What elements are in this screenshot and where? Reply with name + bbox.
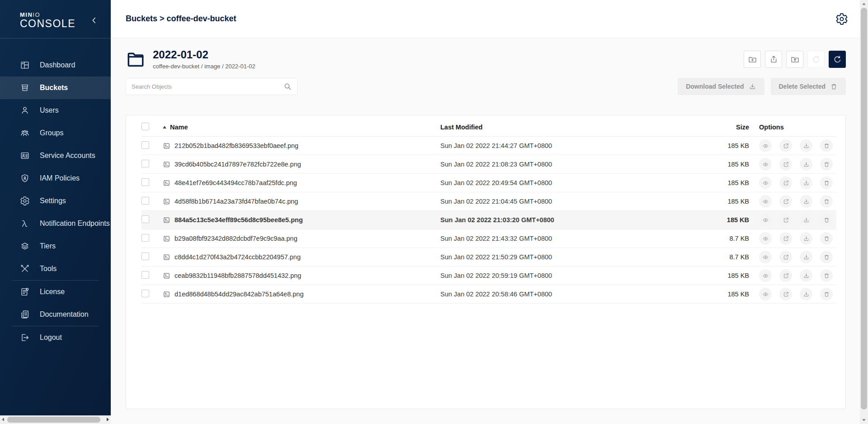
object-name-link[interactable]: b29a08fbf92342d882dcbdf7e9c9c9aa.png: [175, 235, 297, 242]
object-name-link[interactable]: c8dd4c1d270f43a2b4724ccbb2204957.png: [175, 253, 301, 261]
settings-gear-button[interactable]: [835, 12, 849, 26]
delete-object-button[interactable]: [820, 195, 833, 208]
logout-icon: [20, 333, 30, 343]
download-object-button[interactable]: [800, 269, 812, 282]
share-object-button[interactable]: [779, 195, 792, 208]
upload-file-button[interactable]: [765, 51, 782, 68]
delete-object-button[interactable]: [820, 269, 833, 282]
logo-min: MIN: [20, 11, 33, 18]
preview-object-button[interactable]: [759, 139, 772, 152]
share-object-button[interactable]: [779, 251, 792, 263]
table-row: 212b052b1bad482fb8369533ebf0aeef.png Sun…: [142, 137, 836, 155]
horizontal-scrollbar-thumb[interactable]: [7, 417, 100, 423]
preview-object-button[interactable]: [759, 176, 772, 189]
preview-object-button[interactable]: [759, 158, 772, 171]
download-object-button[interactable]: [800, 176, 812, 189]
delete-object-button[interactable]: [820, 288, 833, 300]
object-name-link[interactable]: d1ed868d48b54dd29ac842ab751a64e8.png: [175, 291, 303, 298]
dashboard-icon: [20, 60, 30, 70]
sidebar-item-settings[interactable]: Settings: [0, 190, 111, 212]
sidebar-item-service-accounts[interactable]: Service Accounts: [0, 144, 111, 167]
delete-object-button[interactable]: [820, 232, 833, 245]
download-object-button[interactable]: [800, 195, 812, 208]
share-object-button[interactable]: [779, 269, 792, 282]
delete-object-button[interactable]: [820, 251, 833, 263]
row-checkbox[interactable]: [142, 141, 149, 149]
sidebar-item-buckets[interactable]: Buckets: [0, 76, 111, 99]
search-input[interactable]: [126, 78, 297, 95]
scroll-left-arrow[interactable]: [2, 418, 4, 421]
share-icon: [783, 143, 789, 149]
share-icon: [783, 254, 789, 261]
row-checkbox[interactable]: [142, 271, 149, 279]
delete-object-button[interactable]: [820, 214, 833, 226]
create-new-path-button[interactable]: [744, 51, 761, 68]
delete-object-button[interactable]: [820, 139, 833, 152]
preview-object-button[interactable]: [759, 232, 772, 245]
delete-object-button[interactable]: [820, 176, 833, 189]
sidebar-item-iam-policies[interactable]: IAM Policies: [0, 167, 111, 190]
share-object-button[interactable]: [779, 176, 792, 189]
object-name-link[interactable]: 48e41ef7e69c443494cc78b7aaf25fdc.png: [175, 179, 297, 186]
row-options: [749, 251, 836, 263]
sidebar-item-dashboard[interactable]: Dashboard: [0, 54, 111, 76]
download-icon: [803, 161, 810, 168]
download-object-button[interactable]: [800, 288, 812, 300]
share-object-button[interactable]: [779, 214, 792, 226]
sidebar-item-notification-endpoints[interactable]: Notification Endpoints: [0, 212, 111, 235]
share-object-button[interactable]: [779, 288, 792, 300]
sidebar-item-documentation[interactable]: Documentation: [0, 303, 111, 326]
row-checkbox[interactable]: [142, 178, 149, 186]
table-row: 39cd6b405bc241d7897e782fcb722e8e.png Sun…: [142, 155, 836, 174]
sidebar-item-users[interactable]: Users: [0, 99, 111, 122]
object-name-link[interactable]: ceab9832b11948bfb2887578dd451432.png: [175, 272, 301, 279]
upload-folder-button[interactable]: [786, 51, 803, 68]
sidebar-item-license[interactable]: License: [0, 281, 111, 303]
download-selected-button[interactable]: Download Selected: [678, 78, 764, 95]
horizontal-scrollbar[interactable]: [0, 415, 111, 424]
scroll-right-arrow[interactable]: [107, 418, 109, 421]
row-checkbox[interactable]: [142, 234, 149, 242]
row-checkbox[interactable]: [142, 290, 149, 297]
refresh-button[interactable]: [829, 51, 846, 68]
download-object-button[interactable]: [800, 214, 812, 226]
preview-object-button[interactable]: [759, 214, 772, 226]
delete-selected-button[interactable]: Delete Selected: [771, 78, 846, 95]
rewind-button[interactable]: [807, 51, 825, 68]
breadcrumb[interactable]: Buckets > coffee-dev-bucket: [126, 14, 236, 24]
row-checkbox[interactable]: [142, 197, 149, 205]
preview-object-button[interactable]: [759, 251, 772, 263]
sidebar-item-tools[interactable]: Tools: [0, 257, 111, 280]
download-object-button[interactable]: [800, 139, 812, 152]
delete-object-button[interactable]: [820, 158, 833, 171]
object-name-link[interactable]: 4d58f8b1b6714a23a73fd47bfae0b74c.png: [175, 198, 298, 205]
sidebar-item-tiers[interactable]: Tiers: [0, 235, 111, 257]
table-row: 884a5c13c5e34eff89c56d8c95bee8e5.png Sun…: [142, 211, 836, 229]
vertical-scrollbar-thumb[interactable]: [861, 8, 867, 410]
row-checkbox[interactable]: [142, 215, 149, 223]
object-name-link[interactable]: 884a5c13c5e34eff89c56d8c95bee8e5.png: [175, 216, 303, 224]
object-name-link[interactable]: 39cd6b405bc241d7897e782fcb722e8e.png: [175, 161, 301, 168]
download-object-button[interactable]: [800, 158, 812, 171]
sidebar-collapse-button[interactable]: [89, 14, 101, 26]
preview-object-button[interactable]: [759, 269, 772, 282]
scroll-down-arrow[interactable]: [862, 419, 866, 421]
row-checkbox[interactable]: [142, 252, 149, 260]
row-checkbox[interactable]: [142, 160, 149, 167]
sidebar-item-logout[interactable]: Logout: [0, 326, 111, 349]
column-header-name[interactable]: Name: [163, 124, 440, 131]
sidebar-item-groups[interactable]: Groups: [0, 122, 111, 144]
object-name-link[interactable]: 212b052b1bad482fb8369533ebf0aeef.png: [175, 142, 298, 149]
share-object-button[interactable]: [779, 158, 792, 171]
scroll-up-arrow[interactable]: [862, 3, 866, 5]
download-object-button[interactable]: [800, 232, 812, 245]
share-object-button[interactable]: [779, 139, 792, 152]
preview-object-button[interactable]: [759, 288, 772, 300]
vertical-scrollbar[interactable]: [860, 0, 868, 424]
preview-object-button[interactable]: [759, 195, 772, 208]
topbar: Buckets > coffee-dev-bucket: [111, 0, 860, 38]
share-object-button[interactable]: [779, 232, 792, 245]
image-file-icon: [163, 291, 170, 298]
download-object-button[interactable]: [800, 251, 812, 263]
select-all-checkbox[interactable]: [142, 123, 149, 130]
